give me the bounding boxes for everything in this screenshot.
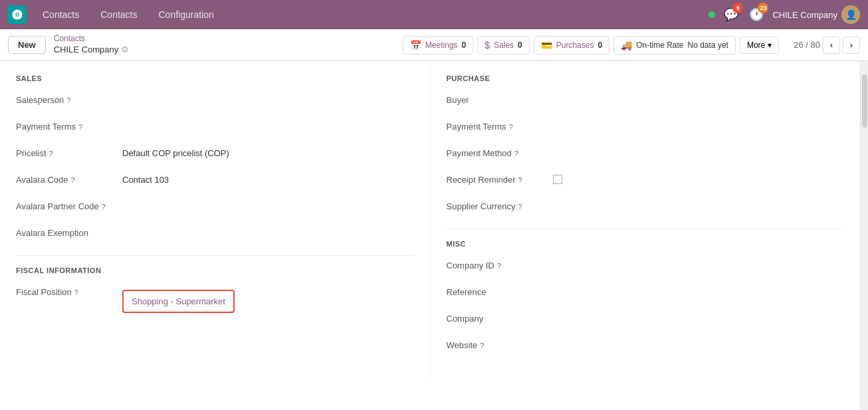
fiscal-position-row: Fiscal Position ? Shopping - Supermarket [16,285,414,313]
app-logo[interactable] [8,5,27,24]
sales-count: 0 [518,41,522,50]
fiscal-position-value[interactable]: Shopping - Supermarket [132,296,225,306]
pricelist-value[interactable]: Default COP pricelist (COP) [122,146,414,158]
company-row: Company [447,312,845,330]
payment-method-label: Payment Method ? [447,146,553,158]
nav-configuration[interactable]: Configuration [154,7,219,23]
meetings-button[interactable]: 📅 Meetings 0 [403,36,473,54]
avatar: 👤 [841,5,860,24]
purchase-payment-terms-help[interactable]: ? [509,123,513,131]
avalara-code-help[interactable]: ? [71,176,75,184]
website-row: Website ? [447,338,845,357]
checkbox-icon[interactable] [553,175,562,184]
salesperson-value[interactable] [122,93,414,95]
payment-method-help[interactable]: ? [514,150,518,157]
salesperson-help[interactable]: ? [66,96,70,104]
purchase-section-title: PURCHASE [447,74,845,82]
supplier-currency-row: Supplier Currency ? [447,199,845,218]
more-label: More [747,41,765,50]
sales-payment-terms-value[interactable] [122,120,414,122]
sales-section-title: SALES [16,74,414,82]
purchases-count: 0 [597,41,602,50]
supplier-currency-value[interactable] [553,199,845,201]
company-id-row: Company ID ? [447,258,845,277]
avalara-partner-help[interactable]: ? [102,203,106,211]
supplier-currency-label: Supplier Currency ? [447,199,553,211]
salesperson-row: Salesperson ? [16,93,414,112]
on-time-rate-button[interactable]: 🚚 On-time Rate No data yet [613,36,736,54]
nav-contacts[interactable]: Contacts [95,7,142,23]
buyer-label: Buyer [447,93,553,105]
reference-value[interactable] [553,285,845,287]
salesperson-label: Salesperson ? [16,93,122,105]
pricelist-row: Pricelist ? Default COP pricelist (COP) [16,146,414,165]
scrollbar[interactable] [860,61,868,410]
avalara-partner-value[interactable] [122,199,414,201]
receipt-reminder-help[interactable]: ? [518,176,522,184]
purchases-icon: 💳 [541,40,552,51]
company-id-value[interactable] [553,258,845,260]
purchase-payment-terms-value[interactable] [553,120,845,122]
avalara-partner-row: Avalara Partner Code ? [16,199,414,218]
website-label: Website ? [447,338,553,350]
website-value[interactable] [553,338,845,340]
settings-gear-icon[interactable]: ⚙ [121,45,129,56]
website-help[interactable]: ? [480,342,484,350]
purchase-payment-terms-label: Payment Terms ? [447,120,553,132]
avalara-exemption-label: Avalara Exemption [16,226,122,238]
reference-label: Reference [447,285,553,297]
right-column: PURCHASE Buyer Payment Terms ? [431,61,861,378]
pricelist-help[interactable]: ? [49,150,53,157]
meetings-label: Meetings [425,41,458,50]
purchases-label: Purchases [556,41,594,50]
chat-badge: 6 [732,3,743,13]
buyer-value[interactable] [553,93,845,95]
more-button[interactable]: More ▾ [740,37,779,54]
breadcrumb-current: CHILE Company ⚙ [54,45,130,56]
left-column: SALES Salesperson ? Payment Terms ? [0,61,431,378]
receipt-reminder-row: Receipt Reminder ? [447,173,845,191]
activity-button[interactable]: 🕐 23 [747,5,766,24]
avalara-code-label: Avalara Code ? [16,173,122,185]
avalara-code-row: Avalara Code ? Contact 103 [16,173,414,191]
company-id-help[interactable]: ? [497,262,501,270]
receipt-reminder-checkbox[interactable] [553,173,845,186]
payment-method-row: Payment Method ? [447,146,845,165]
company-name: CHILE Company [772,10,837,20]
action-bar: New Contacts CHILE Company ⚙ 📅 Meetings … [0,29,868,61]
purchase-payment-terms-row: Payment Terms ? [447,120,845,138]
supplier-currency-help[interactable]: ? [518,203,522,211]
sales-payment-terms-help[interactable]: ? [78,123,82,131]
fiscal-position-box: Shopping - Supermarket [122,290,235,313]
truck-icon: 🚚 [621,40,632,51]
chat-button[interactable]: 💬 6 [722,5,740,24]
prev-button[interactable]: ‹ [823,37,840,54]
avalara-exemption-value[interactable] [122,226,414,228]
payment-method-value[interactable] [553,146,845,148]
sales-label: Sales [494,41,514,50]
breadcrumb-parent[interactable]: Contacts [54,34,130,45]
sales-button[interactable]: $ Sales 0 [477,36,530,54]
breadcrumb: Contacts CHILE Company ⚙ [54,34,130,55]
top-nav: Contacts Contacts Configuration 💬 6 🕐 23… [0,0,868,29]
new-button[interactable]: New [8,36,46,54]
avalara-partner-label: Avalara Partner Code ? [16,199,122,211]
user-menu[interactable]: CHILE Company 👤 [772,5,860,24]
activity-badge: 23 [758,3,768,13]
buyer-row: Buyer [447,93,845,112]
sales-icon: $ [485,40,490,51]
purchases-button[interactable]: 💳 Purchases 0 [534,36,609,54]
on-time-label: On-time Rate [636,41,683,50]
nav-contacts-app[interactable]: Contacts [37,7,84,23]
online-indicator [708,11,715,18]
scrollbar-thumb[interactable] [862,74,867,128]
next-button[interactable]: › [843,37,860,54]
more-chevron-icon: ▾ [768,41,772,50]
receipt-reminder-label: Receipt Reminder ? [447,173,553,185]
fiscal-position-help[interactable]: ? [74,288,78,296]
company-label: Company [447,312,553,324]
misc-section-title: MISC [447,240,845,248]
avalara-code-value[interactable]: Contact 103 [122,173,414,185]
company-id-label: Company ID ? [447,258,553,270]
company-value[interactable] [553,312,845,314]
